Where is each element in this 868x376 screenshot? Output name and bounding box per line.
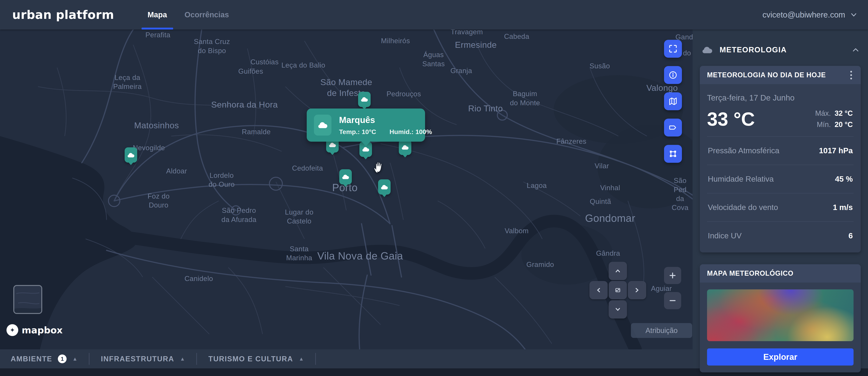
map-canvas[interactable]: PerafitaSanta Cruz do BispoCustóiasLeça … — [0, 30, 692, 349]
cloud-icon — [380, 184, 388, 190]
triangle-up-icon: ▲ — [299, 356, 304, 362]
metric-value: 1017 hPa — [819, 146, 853, 155]
popup-title: Marquês — [339, 115, 434, 125]
attribution-button[interactable]: Atribuição — [631, 323, 692, 338]
weather-map-card-body: Explorar — [700, 283, 861, 372]
weather-sidebar: METEOROLOGIA METEOROLOGIA NO DIA DE HOJE… — [692, 30, 868, 368]
pan-left-button[interactable] — [589, 281, 608, 299]
map-tool-column — [664, 40, 682, 163]
pan-up-button[interactable] — [609, 262, 627, 280]
marker-pin — [358, 92, 371, 107]
tab-ocorrencias[interactable]: Ocorrências — [176, 0, 238, 30]
tab-mapa-label: Mapa — [148, 10, 167, 19]
plus-icon — [669, 271, 677, 280]
weather-map-card-title: MAPA METEOROLÓGICO — [707, 269, 794, 278]
tab-mapa[interactable]: Mapa — [139, 0, 176, 30]
weather-station-marker[interactable] — [125, 147, 137, 166]
zoom-in-button[interactable] — [664, 267, 681, 284]
fullscreen-button[interactable] — [664, 40, 682, 58]
minmax-block: Máx. 32 °C Mín. 20 °C — [815, 109, 853, 129]
metric-label: Pressão Atmosférica — [708, 146, 779, 155]
category-item[interactable]: INFRAESTRUTURA ▲ — [101, 355, 185, 363]
cloud-icon — [329, 142, 336, 148]
cloud-icon — [702, 46, 713, 54]
weather-station-marker[interactable] — [399, 140, 411, 159]
marker-tail — [363, 156, 369, 160]
pan-down-button[interactable] — [609, 300, 627, 319]
weather-date: Terça-feira, 17 De Junho — [707, 93, 854, 103]
metric-value: 6 — [848, 231, 853, 240]
min-temperature: Mín. 20 °C — [815, 120, 853, 129]
weather-map-card-header: MAPA METEOROLÓGICO — [700, 264, 861, 283]
reset-view-icon — [614, 287, 621, 294]
tag-button[interactable] — [664, 119, 682, 137]
metric-label: Indice UV — [708, 231, 742, 240]
layer-category-bar: AMBIENTE 1 ▲ INFRAESTRUTURA ▲ TURISMO E … — [0, 349, 692, 368]
chevron-left-icon — [595, 287, 602, 294]
basemap-layer — [0, 30, 692, 349]
user-menu[interactable]: cviceto@ubiwhere.com — [763, 0, 857, 30]
cloud-icon — [317, 121, 328, 129]
weather-metric-row: Indice UV 6 — [707, 222, 854, 250]
zoom-out-button[interactable] — [664, 292, 681, 309]
chevron-up-icon[interactable] — [852, 48, 859, 52]
weather-station-marker[interactable] — [358, 92, 371, 111]
minimap[interactable] — [13, 285, 42, 314]
current-temperature: 33 °C — [707, 110, 755, 128]
marker-tail — [343, 184, 348, 187]
marker-tail — [330, 152, 335, 155]
triangle-up-icon: ▲ — [72, 356, 78, 362]
weather-heatmap-thumbnail[interactable] — [707, 289, 854, 341]
pan-right-button[interactable] — [628, 281, 646, 299]
popup-content: Marquês Temp.:10°C Humid.:100% — [339, 115, 434, 136]
cloud-icon — [342, 174, 349, 179]
weather-metric-row: Pressão Atmosférica 1017 hPa — [707, 136, 854, 165]
popup-temperature: Temp.:10°C — [339, 128, 378, 136]
metric-value: 1 m/s — [833, 203, 853, 212]
category-item[interactable]: TURISMO E CULTURA ▲ — [208, 355, 304, 363]
today-card-body: Terça-feira, 17 De Junho 33 °C Máx. 32 °… — [700, 84, 861, 253]
map-style-button[interactable] — [664, 92, 682, 110]
chevron-down-icon — [851, 13, 857, 17]
marker-tail — [381, 194, 387, 197]
cloud-icon — [362, 146, 370, 152]
category-badge: 1 — [58, 354, 67, 363]
weather-map-card: MAPA METEOROLÓGICO Explorar — [700, 264, 861, 372]
cloud-icon — [127, 152, 135, 158]
popup-humidity: Humid.:100% — [390, 128, 434, 136]
weather-station-marker[interactable] — [339, 169, 352, 188]
weather-station-marker[interactable] — [378, 179, 391, 198]
popup-stats: Temp.:10°C Humid.:100% — [339, 128, 434, 136]
mapbox-logo[interactable]: mapbox — [6, 324, 63, 336]
info-button[interactable] — [664, 66, 682, 84]
category-item[interactable]: AMBIENTE 1 ▲ — [11, 354, 78, 363]
metric-label: Humidade Relativa — [708, 175, 774, 183]
mapbox-icon — [6, 324, 18, 336]
today-card-title: METEOROLOGIA NO DIA DE HOJE — [707, 71, 826, 79]
tag-icon — [669, 123, 678, 132]
explore-button[interactable]: Explorar — [707, 348, 854, 366]
kebab-menu-icon[interactable] — [849, 69, 854, 81]
fullscreen-icon — [669, 44, 678, 53]
mapbox-wordmark: mapbox — [22, 325, 63, 336]
marker-pin — [339, 169, 352, 184]
reset-view-button[interactable] — [609, 281, 627, 299]
map-pan-pad — [589, 262, 646, 319]
metric-label: Velocidade do vento — [708, 203, 778, 212]
marker-pin — [125, 147, 137, 163]
tab-ocorrencias-label: Ocorrências — [185, 10, 229, 19]
area-select-button[interactable] — [664, 145, 682, 163]
chevron-up-icon — [614, 267, 621, 274]
info-icon — [669, 70, 678, 80]
area-select-icon — [669, 149, 678, 158]
main-tabs: Mapa Ocorrências — [139, 0, 238, 30]
app-logo: urban platform — [12, 8, 114, 22]
sidebar-section-header[interactable]: METEOROLOGIA — [700, 46, 861, 54]
marker-pin — [399, 140, 411, 155]
today-card-header: METEOROLOGIA NO DIA DE HOJE — [700, 66, 861, 84]
weather-station-popup[interactable]: Marquês Temp.:10°C Humid.:100% — [307, 109, 425, 142]
sidebar-section-title: METEOROLOGIA — [720, 46, 787, 54]
weather-metrics: Pressão Atmosférica 1017 hPa Humidade Re… — [707, 136, 854, 250]
chevron-down-icon — [614, 306, 621, 313]
marker-tail — [128, 162, 134, 165]
